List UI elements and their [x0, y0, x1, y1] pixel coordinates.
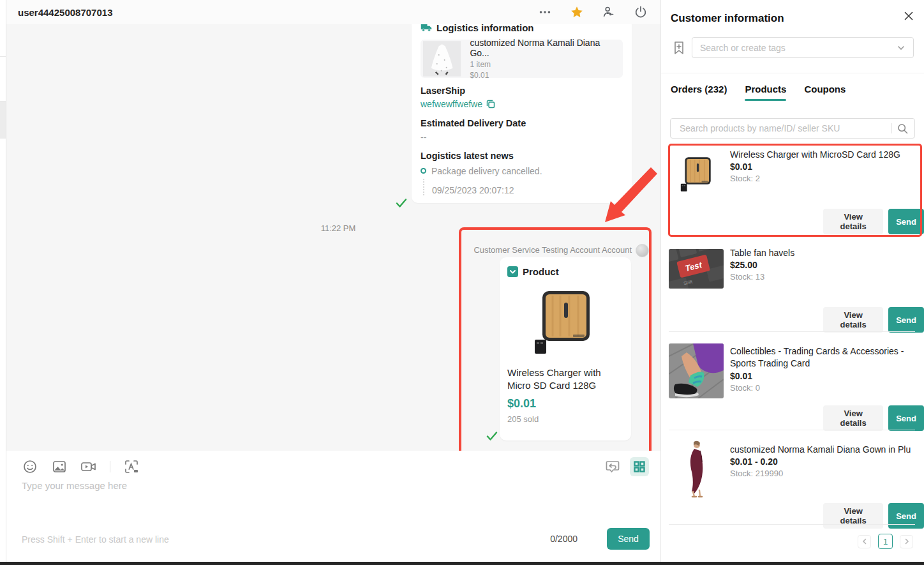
customer-info-panel: Customer information Orders (232) Produc…	[660, 0, 924, 562]
search-divider	[891, 123, 892, 133]
product-image-charger	[533, 287, 597, 358]
rail-divider	[0, 101, 6, 102]
view-details-button[interactable]: View details	[823, 503, 883, 529]
prev-page-icon[interactable]	[858, 535, 871, 548]
composer-hint: Press Shift + Enter to start a new line	[22, 534, 169, 545]
send-message-button[interactable]: Send	[607, 528, 650, 550]
news-time: 09/25/2023 20:07:12	[432, 185, 514, 195]
message-product-price: $0.01	[507, 397, 623, 411]
tab-orders[interactable]: Orders (232)	[671, 84, 727, 101]
tag-bookmark-icon	[673, 41, 685, 55]
product-search-box[interactable]	[670, 118, 915, 139]
row-divider	[669, 430, 915, 430]
tab-coupons[interactable]: Coupons	[804, 84, 846, 101]
product-bag-icon	[507, 266, 518, 277]
product-image-charger	[677, 155, 718, 193]
tab-products[interactable]: Products	[745, 84, 786, 101]
order-item-image	[423, 41, 461, 77]
message-composer: Press Shift + Enter to start a new line …	[6, 451, 660, 562]
panel-divider	[661, 73, 924, 73]
news-label: Logistics latest news	[421, 151, 623, 161]
product-price: $0.01	[730, 371, 752, 381]
send-product-button[interactable]: Send	[888, 405, 924, 431]
status-dot-icon	[421, 168, 426, 174]
current-page[interactable]: 1	[878, 534, 893, 549]
tracking-number-link[interactable]: wefwewffwefwe	[421, 99, 482, 109]
view-details-button[interactable]: View details	[823, 209, 883, 234]
chat-header: user44425008707013	[6, 0, 660, 24]
message-input[interactable]	[22, 480, 634, 517]
star-icon[interactable]	[570, 5, 584, 19]
char-counter: 0/2000	[550, 534, 578, 544]
product-stock: Stock: 13	[730, 272, 764, 282]
product-image-socks	[669, 343, 724, 398]
power-icon[interactable]	[634, 5, 648, 19]
chat-message-area: Logistics information customized Norma K…	[6, 24, 660, 451]
order-item-name: customized Norma Kamali Diana Go...	[470, 38, 620, 58]
sent-check-icon	[486, 431, 498, 441]
product-price: $25.00	[730, 260, 757, 270]
edd-value: --	[421, 132, 623, 142]
product-stock: Stock: 0	[730, 383, 760, 393]
copy-icon[interactable]	[486, 100, 495, 109]
product-price: $0.01	[730, 162, 752, 172]
chat-column: user44425008707013 Logistics informa	[6, 0, 660, 565]
carrier-name: LaserShip	[421, 86, 623, 96]
send-product-button[interactable]: Send	[888, 307, 924, 333]
message-product-sold: 205 sold	[507, 414, 623, 424]
chat-username: user44425008707013	[18, 7, 112, 18]
conversation-list-edge	[0, 0, 6, 565]
message-sender: Customer Service Testing Account Account	[281, 245, 632, 255]
rail-selected-conversation[interactable]	[0, 101, 6, 138]
agent-avatar[interactable]	[636, 244, 649, 257]
product-stock: Stock: 219990	[730, 469, 783, 478]
product-name: customized Norma Kamali Diana Gown in Pl…	[730, 444, 921, 456]
translate-icon[interactable]	[123, 458, 140, 475]
image-icon[interactable]	[51, 458, 68, 475]
product-name: Collectibles - Trading Cards & Accessori…	[730, 345, 921, 370]
rail-divider	[0, 56, 6, 57]
product-panel-toggle-icon[interactable]	[630, 457, 649, 476]
edd-label: Estimated Delivery Date	[421, 118, 623, 128]
send-product-button[interactable]: Send	[888, 503, 924, 529]
product-name: Table fan havels	[730, 247, 921, 259]
logistics-title: Logistics information	[436, 24, 534, 33]
tags-input[interactable]	[700, 43, 897, 53]
delivered-check-icon	[396, 198, 407, 208]
quick-reply-icon[interactable]	[604, 458, 621, 475]
row-divider	[669, 331, 915, 332]
product-search-input[interactable]	[680, 123, 886, 133]
message-product-name: Wireless Charger with Micro SD Card 128G	[507, 366, 623, 392]
search-icon[interactable]	[897, 123, 908, 134]
close-icon[interactable]	[904, 11, 914, 21]
product-image-test-key: Test Shift	[669, 249, 724, 289]
product-image-gown	[684, 441, 710, 499]
product-price: $0.01 - 0.20	[730, 456, 778, 467]
transfer-agent-icon[interactable]	[602, 5, 616, 19]
chevron-down-icon[interactable]	[897, 43, 905, 52]
message-type-label: Product	[523, 266, 559, 277]
next-page-icon[interactable]	[900, 535, 913, 548]
product-message-card[interactable]: Product Wireless Charger with Micro SD C…	[500, 257, 631, 441]
logistics-message-card: Logistics information customized Norma K…	[412, 24, 632, 203]
tags-select[interactable]	[692, 37, 914, 58]
video-icon[interactable]	[80, 458, 97, 475]
news-status: Package delivery cancelled.	[431, 166, 542, 176]
order-item-qty: 1 item	[470, 60, 620, 69]
view-details-button[interactable]: View details	[823, 405, 883, 431]
pagination: 1	[858, 534, 913, 549]
row-divider	[669, 524, 915, 525]
truck-icon	[421, 24, 432, 32]
order-item-price: $0.01	[470, 71, 620, 80]
rail-divider	[0, 138, 6, 139]
emoji-icon[interactable]	[22, 458, 38, 475]
more-icon[interactable]	[538, 5, 552, 19]
product-stock: Stock: 2	[730, 174, 760, 183]
message-timestamp: 11:22 PM	[274, 223, 402, 233]
send-product-button[interactable]: Send	[888, 209, 924, 234]
product-name: Wireless Charger with MicroSD Card 128G	[730, 149, 921, 161]
toolbar-divider	[110, 461, 110, 472]
view-details-button[interactable]: View details	[823, 307, 883, 333]
logistics-order-item[interactable]: customized Norma Kamali Diana Go... 1 it…	[421, 40, 623, 78]
bottom-edge-bar	[0, 562, 924, 565]
